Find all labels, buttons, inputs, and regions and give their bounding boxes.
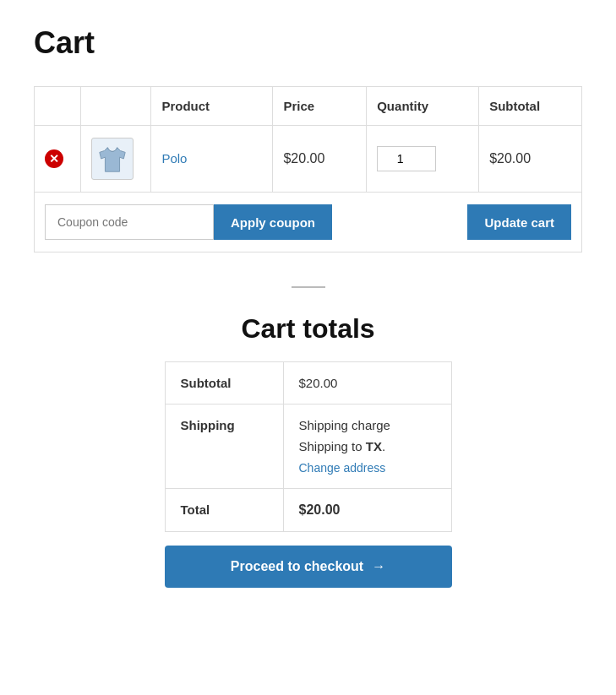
product-name-cell: Polo [151, 126, 273, 193]
product-link[interactable]: Polo [161, 151, 187, 166]
remove-cell: ✕ [35, 126, 81, 193]
col-header-remove [35, 87, 81, 126]
coupon-row: Apply coupon Update cart [35, 193, 582, 252]
remove-item-button[interactable]: ✕ [45, 149, 63, 168]
cart-totals-table: Subtotal $20.00 Shipping Shipping charge… [165, 361, 452, 532]
apply-coupon-button[interactable]: Apply coupon [214, 204, 332, 240]
total-value: $20.00 [283, 489, 451, 532]
shipping-details: Shipping charge Shipping to TX. Change a… [283, 405, 451, 489]
shipping-state: TX [366, 439, 382, 453]
product-subtotal-cell: $20.00 [479, 126, 582, 193]
totals-total-row: Total $20.00 [165, 489, 451, 532]
shipping-label: Shipping [165, 405, 283, 489]
col-header-subtotal: Subtotal [479, 87, 582, 126]
shipping-to-text: Shipping to TX. [299, 439, 436, 453]
coupon-input[interactable] [45, 204, 214, 240]
polo-shirt-icon [96, 143, 128, 175]
product-price-cell: $20.00 [273, 126, 367, 193]
cart-table: Product Price Quantity Subtotal ✕ Polo [34, 86, 582, 252]
checkout-button[interactable]: Proceed to checkout → [165, 546, 452, 588]
totals-shipping-row: Shipping Shipping charge Shipping to TX.… [165, 405, 451, 489]
total-amount: $20.00 [299, 502, 341, 517]
table-row: ✕ Polo $20.00 $20.00 [35, 126, 582, 193]
col-header-product: Product [151, 87, 273, 126]
col-header-quantity: Quantity [367, 87, 479, 126]
total-label: Total [165, 489, 283, 532]
checkout-label: Proceed to checkout [231, 559, 363, 574]
shipping-to-label: Shipping to [299, 439, 363, 453]
coupon-area: Apply coupon [45, 204, 332, 240]
shipping-charge-text: Shipping charge [299, 418, 436, 432]
product-quantity-cell [367, 126, 479, 193]
checkout-arrow-icon: → [372, 559, 385, 574]
subtotal-label: Subtotal [165, 362, 283, 405]
product-image-cell [81, 126, 151, 193]
subtotal-value: $20.00 [283, 362, 451, 405]
totals-subtotal-row: Subtotal $20.00 [165, 362, 451, 405]
cart-totals-section: Cart totals Subtotal $20.00 Shipping Shi… [34, 313, 582, 588]
quantity-input[interactable] [377, 146, 436, 171]
page-title: Cart [34, 25, 582, 61]
col-header-price: Price [273, 87, 367, 126]
coupon-cell: Apply coupon Update cart [35, 193, 582, 252]
cart-totals-title: Cart totals [241, 313, 374, 345]
change-address-link[interactable]: Change address [299, 461, 386, 475]
section-divider [292, 286, 325, 288]
shipping-period: . [382, 439, 385, 453]
update-cart-button[interactable]: Update cart [467, 204, 571, 240]
coupon-update-area: Apply coupon Update cart [45, 204, 571, 240]
product-thumbnail [91, 138, 134, 180]
col-header-image [81, 87, 151, 126]
